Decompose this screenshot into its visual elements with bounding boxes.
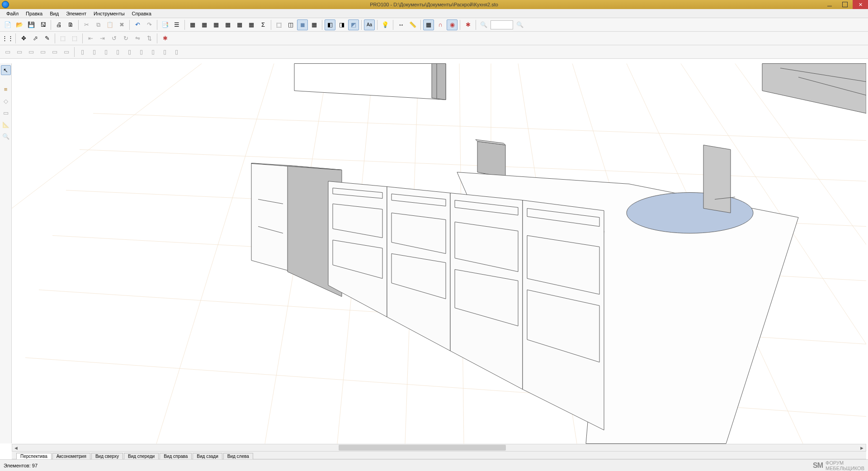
scroll-track[interactable]: [20, 444, 858, 451]
menu-tools[interactable]: Инструменты: [90, 10, 128, 17]
light-icon[interactable]: 💡: [380, 19, 391, 30]
print-preview-icon[interactable]: 🗎: [65, 19, 76, 30]
tab-axonometry[interactable]: Аксонометрия: [52, 453, 90, 459]
dimension-icon[interactable]: ↔: [396, 19, 406, 30]
zoom-in-icon[interactable]: 🔍: [514, 19, 525, 30]
tab-left[interactable]: Вид слева: [223, 453, 253, 459]
align1-icon[interactable]: ▭: [2, 47, 13, 57]
center-icon[interactable]: ✱: [462, 19, 473, 30]
dist3-icon[interactable]: ▯: [100, 47, 111, 57]
tab-perspective[interactable]: Перспектива: [16, 453, 52, 459]
report4-icon[interactable]: ▦: [222, 19, 233, 30]
tab-back[interactable]: Вид сзади: [193, 453, 222, 459]
zoom-out-icon[interactable]: 🔍: [478, 19, 489, 30]
align-right-icon[interactable]: ⇥: [97, 33, 108, 44]
align3-icon[interactable]: ▭: [26, 47, 37, 57]
status-elements-label: Элементов:: [4, 463, 31, 468]
move-icon[interactable]: ✥: [18, 33, 29, 44]
align6-icon[interactable]: ▭: [61, 47, 72, 57]
shape-tool-icon[interactable]: ◇: [1, 96, 11, 106]
tab-right[interactable]: Вид справа: [160, 453, 192, 459]
3d-solid-icon[interactable]: ◼: [297, 19, 308, 30]
zoom-input[interactable]: [491, 20, 513, 29]
paste-icon[interactable]: 📋: [104, 19, 115, 30]
cut-icon[interactable]: ✂: [81, 19, 92, 30]
maximize-button[interactable]: [837, 0, 853, 9]
magnet-icon[interactable]: ∩: [435, 19, 446, 30]
flip-v-icon[interactable]: ⇅: [144, 33, 155, 44]
report3-icon[interactable]: ▦: [211, 19, 222, 30]
window-controls: [822, 0, 868, 9]
list-icon[interactable]: ☰: [171, 19, 182, 30]
scroll-right-icon[interactable]: ►: [858, 444, 866, 451]
menu-help[interactable]: Справка: [128, 10, 155, 17]
measure-tool-icon[interactable]: 📐: [1, 119, 11, 129]
3d-texture-icon[interactable]: ▦: [309, 19, 320, 30]
menu-file[interactable]: Файл: [3, 10, 22, 17]
report1-icon[interactable]: ▦: [187, 19, 198, 30]
menu-view[interactable]: Вид: [46, 10, 62, 17]
properties-icon[interactable]: 📑: [160, 19, 170, 30]
settings-icon[interactable]: ✱: [160, 33, 170, 44]
dist2-icon[interactable]: ▯: [89, 47, 99, 57]
separator: [78, 20, 79, 30]
select-icon[interactable]: ⬀: [30, 33, 41, 44]
new-file-icon[interactable]: 📄: [2, 19, 13, 30]
align4-icon[interactable]: ▭: [38, 47, 48, 57]
ungroup-icon[interactable]: ⬚: [69, 33, 80, 44]
align5-icon[interactable]: ▭: [49, 47, 60, 57]
print-icon[interactable]: 🖨: [53, 19, 64, 30]
dist8-icon[interactable]: ▯: [159, 47, 170, 57]
dist5-icon[interactable]: ▯: [124, 47, 135, 57]
group-icon[interactable]: ⬚: [57, 33, 68, 44]
report5-icon[interactable]: ▦: [234, 19, 245, 30]
rotate-ccw-icon[interactable]: ↺: [108, 33, 119, 44]
ruler-icon[interactable]: 📏: [407, 19, 418, 30]
scroll-thumb[interactable]: [339, 445, 506, 451]
3d-hidden-icon[interactable]: ◫: [285, 19, 296, 30]
line-tool-icon[interactable]: ≡: [1, 84, 11, 94]
flip-h-icon[interactable]: ⇋: [132, 33, 143, 44]
view-opt1-icon[interactable]: ◧: [325, 19, 335, 30]
viewport-3d[interactable]: [12, 63, 866, 444]
dist9-icon[interactable]: ▯: [171, 47, 182, 57]
undo-icon[interactable]: ↶: [132, 19, 143, 30]
report2-icon[interactable]: ▦: [199, 19, 210, 30]
save-icon[interactable]: 💾: [26, 19, 37, 30]
copy-icon[interactable]: ⧉: [93, 19, 104, 30]
dist6-icon[interactable]: ▯: [136, 47, 146, 57]
tab-top[interactable]: Вид сверху: [91, 453, 123, 459]
pointer-tool-icon[interactable]: ↖: [1, 65, 11, 75]
close-button[interactable]: [853, 0, 868, 9]
zoom-tool-icon[interactable]: 🔍: [1, 131, 11, 141]
snap-grid-icon[interactable]: ⋮⋮: [2, 33, 13, 44]
tab-front[interactable]: Вид спереди: [124, 453, 159, 459]
view-opt3-icon[interactable]: ◩: [348, 19, 359, 30]
save-as-icon[interactable]: 🖫: [38, 19, 48, 30]
snap-icon[interactable]: ◉: [447, 19, 458, 30]
grid-icon[interactable]: ▦: [423, 19, 434, 30]
labels-icon[interactable]: Aa: [364, 19, 375, 30]
report6-icon[interactable]: ▦: [246, 19, 257, 30]
panel-tool-icon[interactable]: ▭: [1, 108, 11, 118]
minimize-button[interactable]: [822, 0, 837, 9]
scroll-left-icon[interactable]: ◄: [12, 444, 20, 451]
align2-icon[interactable]: ▭: [14, 47, 25, 57]
menu-element[interactable]: Элемент: [62, 10, 90, 17]
dist7-icon[interactable]: ▯: [147, 47, 158, 57]
redo-icon[interactable]: ↷: [144, 19, 155, 30]
edit-icon[interactable]: ✎: [42, 33, 52, 44]
dist4-icon[interactable]: ▯: [112, 47, 123, 57]
watermark-logo-icon: SM: [813, 461, 823, 470]
toolbar-main: 📄 📂 💾 🖫 🖨 🗎 ✂ ⧉ 📋 ✖ ↶ ↷ 📑 ☰ ▦ ▦ ▦ ▦ ▦ ▦ …: [0, 18, 868, 32]
3d-wire-icon[interactable]: ⬚: [274, 19, 284, 30]
sum-icon[interactable]: Σ: [258, 19, 269, 30]
dist1-icon[interactable]: ▯: [77, 47, 88, 57]
delete-icon[interactable]: ✖: [116, 19, 127, 30]
horizontal-scrollbar[interactable]: ◄ ►: [12, 444, 866, 452]
align-left-icon[interactable]: ⇤: [85, 33, 96, 44]
menu-edit[interactable]: Правка: [22, 10, 46, 17]
view-opt2-icon[interactable]: ◨: [336, 19, 347, 30]
rotate-cw-icon[interactable]: ↻: [120, 33, 131, 44]
open-file-icon[interactable]: 📂: [14, 19, 25, 30]
